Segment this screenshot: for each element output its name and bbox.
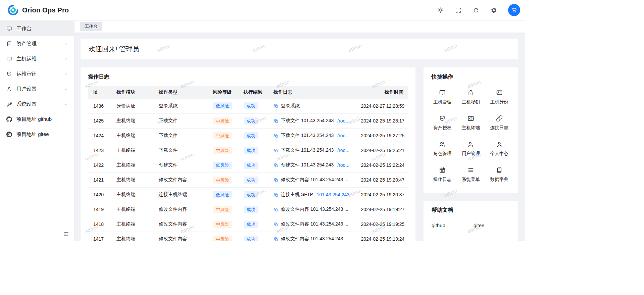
risk-badge: 中风险 (213, 206, 232, 213)
tags-bar: 工作台 (75, 20, 525, 33)
sidebar-item-label: 系统设置 (16, 101, 59, 107)
copy-icon[interactable] (274, 222, 279, 227)
sidebar-item-system-settings[interactable]: 系统设置 (0, 97, 74, 112)
result-badge: 成功 (244, 236, 258, 241)
log-message: 创建文件 101.43.254.243 (281, 162, 334, 168)
copy-icon[interactable] (274, 118, 279, 124)
cell-module: 主机终端 (112, 187, 155, 202)
host-key-icon (467, 89, 474, 96)
quick-action-data-dict[interactable]: 数据字典 (485, 164, 513, 185)
quick-action-operation-log[interactable]: 操作日志 (428, 164, 457, 185)
help-docs-card: 帮助文档 githubgitee (424, 201, 518, 241)
quick-action-label: 数据字典 (490, 177, 508, 183)
chevron-down-icon (64, 57, 68, 61)
result-badge: 成功 (244, 147, 258, 154)
copy-icon[interactable] (274, 178, 279, 183)
sidebar-item-label: 项目地址 github (16, 116, 68, 122)
cell-module: 身份认证 (112, 99, 155, 113)
settings-icon[interactable] (491, 7, 497, 13)
asset-icon (6, 41, 12, 47)
sidebar-item-gitee[interactable]: 项目地址 gitee (0, 127, 74, 142)
fullscreen-icon[interactable] (455, 7, 461, 13)
sidebar-item-host-ops[interactable]: 主机运维 (0, 51, 74, 66)
cell-type: 修改文件内容 (155, 173, 209, 187)
help-link-gitee[interactable]: gitee (474, 223, 485, 228)
user-avatar[interactable]: 管 (508, 4, 520, 16)
sidebar-item-workbench[interactable]: 工作台 (0, 21, 74, 36)
cell-time: 2024-02-25 19:19:27 (357, 202, 408, 217)
quick-action-host-key[interactable]: 主机秘钥 (457, 87, 485, 108)
cell-time: 2024-02-27 12:28:59 (357, 99, 408, 113)
column-header: 操作日志 (269, 86, 357, 99)
risk-badge: 中风险 (213, 132, 232, 139)
cell-module: 主机终端 (112, 158, 155, 173)
result-badge: 成功 (244, 102, 258, 109)
copy-icon[interactable] (274, 163, 279, 168)
cell-risk: 中风险 (209, 143, 240, 158)
refresh-icon[interactable] (473, 7, 479, 13)
quick-action-connect-log[interactable]: 连接日志 (485, 112, 513, 134)
help-docs-title: 帮助文档 (432, 207, 510, 214)
app-window: Orion Ops Pro 管 工作台资产管理主机运维运维审计用户设置系统设置项… (0, 0, 525, 241)
app-logo-icon (7, 4, 19, 16)
host-terminal-icon (467, 115, 474, 122)
quick-action-system-menu[interactable]: 系统菜单 (457, 164, 485, 185)
menu-fold-icon[interactable] (63, 231, 69, 237)
help-link-github[interactable]: github (432, 223, 445, 228)
log-link[interactable]: /roo... (337, 118, 349, 124)
cell-type: 连接主机终端 (155, 187, 209, 202)
cell-module: 主机终端 (112, 113, 155, 128)
app-header: Orion Ops Pro 管 (0, 0, 525, 20)
log-table-row: 1421主机终端修改文件内容中风险成功修改文件内容 101.43.254.243… (88, 173, 408, 187)
risk-badge: 中风险 (213, 221, 232, 228)
sidebar-item-asset-management[interactable]: 资产管理 (0, 36, 74, 51)
quick-action-host-terminal[interactable]: 主机终端 (457, 112, 485, 134)
sidebar-item-ops-audit[interactable]: 运维审计 (0, 66, 74, 82)
tab-workbench[interactable]: 工作台 (80, 22, 102, 31)
cell-type: 下载文件 (155, 113, 209, 128)
quick-action-host-identity[interactable]: 主机身份 (485, 87, 513, 108)
copy-icon[interactable] (274, 148, 279, 153)
welcome-message: 欢迎回来! 管理员 (89, 45, 139, 54)
copy-icon[interactable] (274, 192, 279, 197)
column-header: id (88, 86, 112, 99)
log-link[interactable]: 101.43.254.243 (317, 192, 349, 197)
copy-icon[interactable] (274, 237, 279, 241)
quick-action-asset-grant[interactable]: 资产授权 (428, 112, 457, 134)
cell-log: 登录系统 (269, 99, 357, 113)
cell-risk: 中风险 (209, 217, 240, 232)
quick-action-host-manage[interactable]: 主机管理 (428, 87, 457, 108)
quick-action-user-manage[interactable]: 用户管理 (457, 138, 485, 159)
workbench-icon (6, 26, 12, 32)
log-link[interactable]: /roo... (337, 148, 349, 153)
quick-action-role-manage[interactable]: 角色管理 (428, 138, 457, 159)
host-manage-icon (439, 89, 446, 96)
log-link[interactable]: /roo... (337, 133, 349, 138)
log-message: 修改文件内容 101.43.254.243 ... (281, 177, 348, 183)
cell-risk: 中风险 (209, 232, 240, 241)
sidebar-item-github[interactable]: 项目地址 github (0, 112, 74, 127)
cell-result: 成功 (240, 143, 270, 158)
sidebar-item-user-settings[interactable]: 用户设置 (0, 82, 74, 97)
copy-icon[interactable] (274, 207, 279, 212)
copy-icon[interactable] (274, 103, 279, 108)
operation-log-title: 操作日志 (88, 73, 408, 81)
quick-action-profile[interactable]: 个人中心 (485, 138, 513, 159)
user-settings-icon (6, 86, 12, 92)
theme-icon[interactable] (437, 7, 444, 13)
cell-risk: 低风险 (209, 99, 240, 113)
sidebar-item-label: 工作台 (16, 26, 68, 32)
operation-log-icon (439, 167, 446, 174)
cell-id: 1419 (88, 202, 112, 217)
audit-icon (6, 71, 12, 77)
cell-log: 下载文件 101.43.254.243/roo... (269, 143, 357, 158)
sidebar-menu: 工作台资产管理主机运维运维审计用户设置系统设置项目地址 github项目地址 g… (0, 21, 74, 142)
result-badge: 成功 (244, 117, 258, 125)
profile-icon (496, 141, 503, 148)
risk-badge: 中风险 (213, 147, 232, 154)
log-message: 修改文件内容 101.43.254.243 ... (281, 206, 348, 212)
copy-icon[interactable] (274, 133, 279, 138)
column-header: 操作模块 (112, 86, 155, 99)
log-link[interactable]: /roo... (337, 162, 349, 168)
gitee-icon (6, 132, 12, 137)
